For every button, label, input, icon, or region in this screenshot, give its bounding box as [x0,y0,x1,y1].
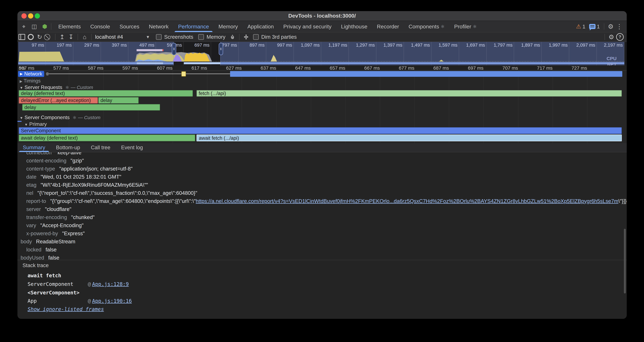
record-icon[interactable] [26,33,35,41]
ruler-tick-label: 627 ms [226,65,242,71]
server-request-fetch-api[interactable]: fetch (.../api) [196,90,622,97]
perf-settings-gear-icon[interactable]: ⚙ [607,33,616,41]
summary-row: date"Wed, 01 Oct 2025 18:32:01 GMT" [18,173,627,181]
expand-arrow-icon: ▼ [24,123,28,127]
details-tab-bottom-up[interactable]: Bottom-up [50,143,86,152]
kebab-menu-icon[interactable]: ⋮ [615,22,624,31]
selection-left-handle[interactable]: ‖ [172,43,176,55]
checkbox-memory[interactable]: Memory [198,34,225,40]
issues-badge[interactable]: 1 [589,24,600,30]
network-request-bar[interactable] [230,71,622,77]
track-server-requests-header[interactable]: ▼ Server Requests ⚛ — Custom [20,84,93,90]
stack-trace-entry: App@App.js:190:16 [28,298,132,304]
tab-performance[interactable]: Performance [173,21,214,32]
expand-arrow-icon: ▼ [20,116,23,120]
clear-icon[interactable]: ⃠ [44,33,53,41]
await-fetch-bar[interactable]: await fetch (.../api) [196,135,622,141]
cpu-net-divider [18,61,624,62]
tab-lighthouse[interactable]: Lighthouse [336,21,372,32]
details-tabbar: SummaryBottom-upCall treeEvent log [18,143,627,152]
tab-profiler[interactable]: Profiler⚛ [450,21,482,32]
checkbox-box [253,34,259,40]
details-tab-summary[interactable]: Summary [18,143,50,152]
summary-key: nel [26,190,33,196]
home-icon[interactable]: ⌂ [80,33,89,41]
selection-right-handle[interactable]: ‖ [219,43,223,55]
cpu-label: CPU [606,56,616,61]
tab-memory[interactable]: Memory [214,21,243,32]
server-request-delay-2[interactable]: delay [98,97,139,104]
details-tab-call-tree[interactable]: Call tree [86,143,116,152]
reload-record-icon[interactable]: ↻ [35,33,44,41]
tab-sources[interactable]: Sources [115,21,144,32]
load-profile-icon[interactable]: ↥ [58,33,66,41]
checkbox-screenshots[interactable]: Screenshots [156,34,193,40]
divider [91,34,92,40]
cpu-activity-trapezoid [19,51,66,62]
extension-gem-icon[interactable]: ⬢ [40,22,49,31]
warnings-badge[interactable]: ⚠ 1 [576,23,585,30]
window-title: DevTools - localhost:3000/ [18,13,627,19]
details-tab-event-log[interactable]: Event log [116,143,148,152]
track-network-label[interactable]: ▶ Network [18,71,44,77]
tab-components[interactable]: Components⚛ [404,21,450,32]
stack-frame-name: App [28,298,88,304]
settings-gear-icon[interactable]: ⚙ [606,22,615,31]
summary-value: "chunked" [71,214,94,220]
server-request-delayed-error[interactable]: delayedError (...ayed exception) [19,97,98,104]
server-component-bar[interactable]: ServerComponent [19,127,622,134]
track-timings-label[interactable]: ▶ Timings [20,78,40,84]
timeline-overview[interactable]: 97 ms197 ms297 ms397 ms497 ms597 ms697 m… [18,42,627,65]
summary-row: transfer-encoding"chunked" [18,213,627,221]
ruler-tick-label: 637 ms [261,65,276,71]
divider [78,34,78,40]
track-server-components-header[interactable]: ▼ Server Components ⚛ — Custom [20,115,100,120]
net-activity-segment [137,62,163,64]
summary-value: "gzip" [70,158,84,164]
summary-row: nel"{\"report_to\":\"cf-nel\",\"success_… [18,189,627,197]
tab-recorder[interactable]: Recorder [372,21,404,32]
titlebar: DevTools - localhost:3000/ [18,11,627,21]
tab-application[interactable]: Application [242,21,278,32]
primary-track-color-chip [18,121,22,122]
ruler-tick-label: 677 ms [399,65,414,71]
tab-network[interactable]: Network [144,21,173,32]
garbage-collect-brush-icon[interactable] [228,33,237,41]
summary-value: \"}]}" [618,198,627,204]
history-select[interactable]: localhost #4 ▼ [95,34,152,40]
devtools-tabbar: ⌖ ◫ ⬢ ElementsConsoleSourcesNetworkPerfo… [18,21,627,32]
chevron-down-icon: ▼ [146,35,152,40]
collapse-arrow-icon: ▶ [20,72,23,76]
summary-key: content-type [26,166,55,172]
toggle-sidebar-icon[interactable] [18,33,26,41]
network-request-marker[interactable] [182,71,186,77]
show-ignore-listed-frames-link[interactable]: Show ignore-listed frames [28,306,104,312]
summary-key: etag [26,182,36,188]
checkbox-box [198,34,204,40]
tab-privacy-and-security[interactable]: Privacy and security [278,21,336,32]
report-to-url-link[interactable]: https://a.nel.cloudflare.com/report/v4?s… [196,198,618,204]
track-primary-header[interactable]: ▼ Primary [24,121,47,127]
collapse-shortcuts-icon[interactable] [242,33,250,41]
server-request-delay-3[interactable]: delay [22,104,160,111]
inspect-element-icon[interactable]: ⌖ [20,22,28,31]
track-resize-handle[interactable] [46,72,48,76]
device-toolbar-icon[interactable]: ◫ [30,22,38,31]
stack-frame-source-link[interactable]: App.js:128:9 [92,281,129,287]
save-profile-icon[interactable]: ↧ [66,33,76,41]
server-request-delay-deferred[interactable]: delay (deferred text) [19,90,193,97]
summary-value: "cloudflare" [45,206,72,212]
tab-console[interactable]: Console [86,21,115,32]
summary-value: ReadableStream [36,239,76,245]
message-icon [589,24,596,29]
summary-value: "Accept-Encoding" [40,222,84,228]
tab-elements[interactable]: Elements [54,21,86,32]
summary-scrollbar-thumb[interactable] [624,229,626,293]
divider [18,260,627,260]
overview-dimmed-right [220,42,624,65]
summary-row: bodyUsedfalse [18,254,627,262]
stack-frame-source-link[interactable]: App.js:190:16 [92,298,132,304]
help-icon[interactable]: ? [616,33,624,41]
await-delay-bar[interactable]: await delay (deferred text) [19,135,195,141]
checkbox-dim-3rd-parties[interactable]: Dim 3rd parties [253,34,297,40]
